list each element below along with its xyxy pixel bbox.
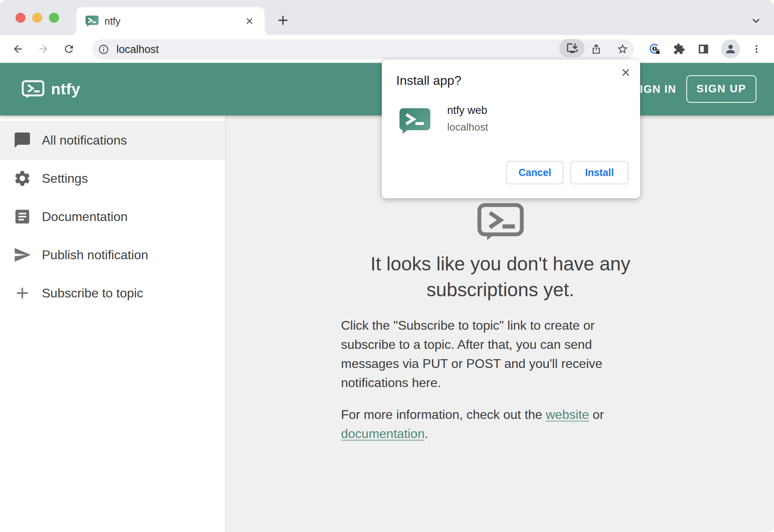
window-close-button[interactable] [16,13,26,23]
tab-search-chevron-icon[interactable] [750,15,762,27]
app-origin: localhost [447,121,488,133]
chat-bubble-icon [13,131,31,149]
tab-title: ntfy [104,7,120,35]
sidebar-item-documentation[interactable]: Documentation [0,198,225,236]
brand-title: ntfy [51,63,81,115]
profile-avatar[interactable] [721,39,740,59]
ntfy-logo-icon [22,80,45,99]
article-icon [13,207,31,226]
install-app-dialog: Install app? ntfy web localhost Cancel I… [382,60,640,198]
gear-icon [13,169,31,188]
sidebar-item-subscribe-to-topic[interactable]: Subscribe to topic [0,274,225,312]
tab-strip: ntfy [0,0,774,35]
browser-tab[interactable]: ntfy [77,7,265,35]
tab-close-icon[interactable] [244,16,255,26]
browser-window: ntfy localhost [0,0,774,532]
dialog-close-icon[interactable] [620,67,631,78]
sidebar-item-all-notifications[interactable]: All notifications [0,121,225,159]
address-bar[interactable]: localhost [92,39,634,59]
cancel-button[interactable]: Cancel [506,161,564,184]
install-app-icon[interactable] [566,42,579,55]
url-text: localhost [116,39,159,59]
sidebar-nav: All notifications Settings Documentation… [0,115,226,532]
ntfy-favicon [85,14,99,28]
sidebar-item-publish-notification[interactable]: Publish notification [0,236,225,274]
side-panel-icon[interactable] [697,43,709,55]
website-link[interactable]: website [546,407,589,422]
page-info-icon[interactable] [98,44,109,55]
more-info-paragraph: For more information, check out the webs… [341,405,616,443]
empty-state-heading: It looks like you don't have any subscri… [341,251,660,303]
install-button[interactable]: Install [570,161,629,184]
empty-state-paragraph: Click the "Subscribe to topic" link to c… [341,316,616,392]
ntfy-empty-state-icon [477,203,524,242]
share-icon[interactable] [590,43,602,55]
plus-icon [13,284,31,302]
window-zoom-button[interactable] [49,13,59,23]
new-tab-button[interactable] [276,13,290,27]
browser-toolbar: localhost [0,35,774,63]
sign-up-button[interactable]: SIGN UP [686,75,756,103]
person-icon [724,43,737,55]
dialog-title: Install app? [396,73,462,88]
extensions-puzzle-icon[interactable] [673,43,685,55]
reload-icon[interactable] [63,43,75,55]
password-manager-icon[interactable] [649,43,661,55]
sidebar-item-settings[interactable]: Settings [0,159,225,198]
window-minimize-button[interactable] [32,13,42,23]
send-icon [13,246,31,264]
ntfy-app-icon [399,108,431,135]
forward-icon[interactable] [37,43,49,55]
back-icon[interactable] [12,43,24,55]
app-name: ntfy web [447,104,487,117]
menu-dots-icon[interactable] [751,43,762,55]
documentation-link[interactable]: documentation [341,426,425,441]
bookmark-star-icon[interactable] [617,43,629,55]
